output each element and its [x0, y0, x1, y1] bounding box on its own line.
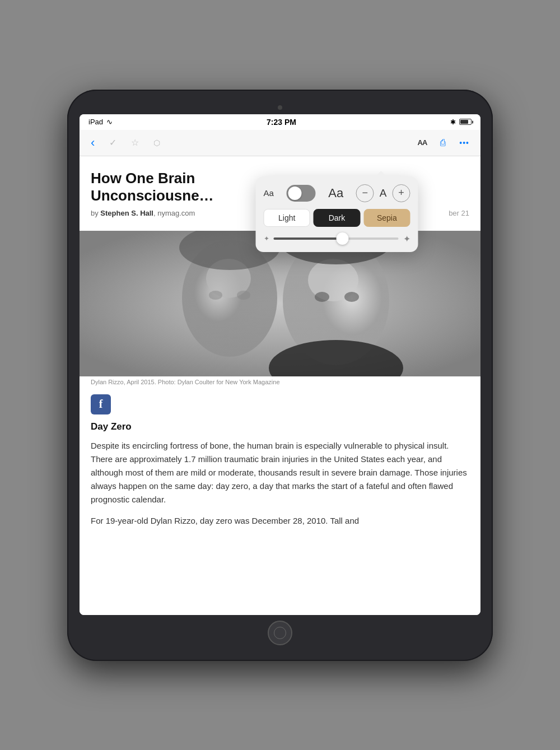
bookmark-button[interactable]: ☆ — [129, 136, 141, 149]
title-line2: Unconsciousne… — [91, 187, 214, 204]
toolbar: ‹ ✓ ☆ ⬡ AA ⎙ ••• — [80, 130, 480, 156]
meta-author: Stephen S. Hall — [100, 209, 153, 217]
brightness-low-icon: ✦ — [264, 235, 269, 243]
status-bar: iPad ∿ 7:23 PM ✱ — [80, 114, 480, 130]
theme-dark-button[interactable]: Dark — [314, 209, 360, 227]
meta-source: , nymag.com — [153, 209, 195, 217]
back-button[interactable]: ‹ — [88, 134, 97, 151]
check-button[interactable]: ✓ — [107, 136, 119, 149]
svg-point-8 — [209, 291, 222, 300]
font-controls: − A + — [356, 184, 410, 202]
battery-icon — [459, 119, 472, 125]
popup-row1: Aa Aa − A + — [264, 184, 410, 202]
reader-settings-popup: Aa Aa − A + — [256, 176, 418, 252]
toolbar-left: ‹ ✓ ☆ ⬡ — [88, 134, 162, 151]
article-body: Despite its encircling fortress of bone,… — [80, 439, 480, 528]
image-caption: Dylan Rizzo, April 2015. Photo: Dylan Co… — [80, 376, 480, 388]
article-image — [80, 231, 480, 376]
paragraph-1: Despite its encircling fortress of bone,… — [91, 439, 469, 506]
ipad-device: iPad ∿ 7:23 PM ✱ ‹ ✓ ☆ ⬡ AA ⎙ ••• — [67, 90, 493, 661]
ipad-screen: iPad ∿ 7:23 PM ✱ ‹ ✓ ☆ ⬡ AA ⎙ ••• — [80, 114, 480, 615]
wifi-icon: ∿ — [106, 118, 113, 126]
theme-row: Light Dark Sepia — [264, 209, 410, 227]
status-right: ✱ — [450, 118, 472, 126]
meta-prefix: by — [91, 209, 100, 217]
increase-icon: + — [398, 187, 404, 199]
font-a-label: A — [380, 187, 387, 199]
decrease-icon: − — [362, 187, 368, 199]
brightness-high-icon: ✦ — [403, 234, 410, 244]
paragraph-2: For 19-year-old Dylan Rizzo, day zero wa… — [91, 514, 469, 528]
decrease-font-button[interactable]: − — [356, 184, 374, 202]
brightness-row: ✦ ✦ — [264, 234, 410, 244]
brightness-thumb[interactable] — [336, 232, 348, 245]
facebook-label: f — [99, 398, 103, 411]
toolbar-right: AA ⎙ ••• — [416, 137, 472, 149]
more-button[interactable]: ••• — [457, 137, 472, 148]
theme-light-label: Light — [278, 213, 295, 222]
bluetooth-icon: ✱ — [450, 118, 456, 126]
font-button[interactable]: AA — [416, 137, 430, 148]
theme-sepia-button[interactable]: Sepia — [363, 209, 410, 227]
theme-sepia-label: Sepia — [377, 213, 397, 222]
brightness-track — [274, 237, 343, 240]
toggle-knob — [288, 187, 302, 200]
small-aa-label: Aa — [264, 188, 274, 198]
share-button[interactable]: ⎙ — [438, 137, 448, 149]
status-time: 7:23 PM — [267, 118, 296, 127]
home-button[interactable] — [268, 621, 292, 645]
front-camera — [278, 105, 282, 110]
brightness-slider[interactable] — [274, 237, 399, 240]
tag-button[interactable]: ⬡ — [151, 137, 162, 148]
status-left: iPad ∿ — [88, 118, 113, 126]
increase-font-button[interactable]: + — [392, 184, 410, 202]
article-area[interactable]: How One Brain Unconsciousne… by Stephen … — [80, 156, 480, 615]
large-aa-label: Aa — [328, 186, 343, 201]
article-image-container: Dylan Rizzo, April 2015. Photo: Dylan Co… — [80, 231, 480, 388]
theme-dark-label: Dark — [329, 213, 346, 222]
theme-light-button[interactable]: Light — [264, 209, 310, 227]
meta-date: ber 21 — [449, 209, 469, 217]
toggle-switch[interactable] — [287, 185, 316, 202]
svg-point-9 — [237, 291, 250, 300]
device-label: iPad — [88, 118, 103, 126]
section-title: Day Zero — [80, 421, 480, 439]
facebook-button[interactable]: f — [91, 394, 111, 414]
svg-point-11 — [344, 292, 359, 302]
svg-point-10 — [315, 292, 329, 302]
title-line1: How One Brain — [91, 170, 195, 187]
